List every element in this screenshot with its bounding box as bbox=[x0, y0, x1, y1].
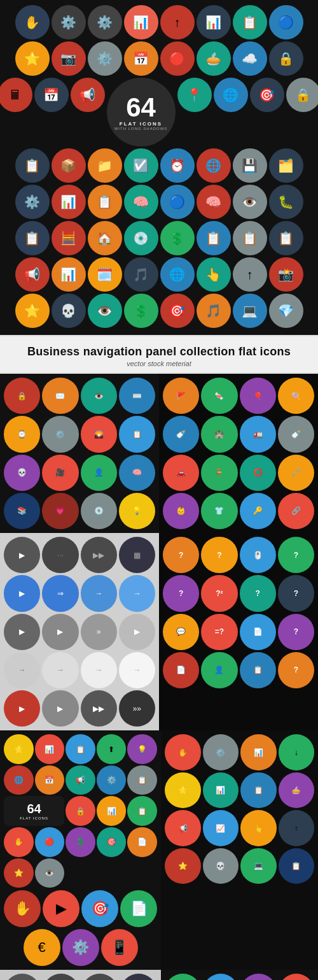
q-1: ? bbox=[201, 537, 237, 573]
question-right: ? ? 🖱️ ? ? ?² ? ? 💬 =? 📄 ? 📄 👤 📋 ? bbox=[159, 533, 318, 730]
ml-icon-15: 💡 bbox=[119, 493, 155, 529]
top-icon-section: ✋ ⚙️ ⚙️ 📊 ↑ 📊 📋 🔵 ⭐ 📷 ⚙️ 📅 🔴 🥧 ☁️ 🔒 🖩 📅 … bbox=[0, 0, 318, 335]
q-9: =? bbox=[201, 614, 237, 650]
mr-icon-13: 👕 bbox=[201, 493, 237, 529]
question-grid: ? ? 🖱️ ? ? ?² ? ? 💬 =? 📄 ? 📄 👤 📋 ? bbox=[163, 537, 314, 688]
big-play-icon: ▶ bbox=[43, 890, 80, 927]
bottom-quad-1: ⭐ 📊 📋 ⬆ 💡 🌐 📅 📢 ⚙️ 📋 64 FLAT ICONS 🔒 📊 📋… bbox=[0, 730, 161, 970]
icon-folder: 📁 bbox=[88, 148, 122, 183]
mid-left-grid: 🔒 ✉️ 👁️ ⌨️ ⌚ ⚙️ 🌄 📋 💀 🎥 👤 🧠 📚 💗 💿 💡 bbox=[4, 378, 155, 529]
mr-icon-10: ⭕ bbox=[240, 455, 276, 491]
icon-chart2: 📊 bbox=[52, 257, 86, 292]
icon-gear2: ⚙️ bbox=[88, 5, 122, 39]
icon-gear3: ⚙️ bbox=[88, 41, 122, 76]
icon-doc: 📋 bbox=[233, 5, 267, 39]
br-10: 👆 bbox=[240, 810, 277, 846]
icon-megaphone: 📢 bbox=[71, 78, 105, 112]
q-0: ? bbox=[163, 537, 199, 573]
bq-4: 💡 bbox=[127, 734, 157, 764]
q-8: 💬 bbox=[163, 614, 199, 650]
arr-14: → bbox=[81, 652, 117, 688]
br-3: ↓ bbox=[279, 734, 315, 771]
br-13: 💀 bbox=[203, 848, 239, 884]
icon-row-1: ✋ ⚙️ ⚙️ 📊 ↑ 📊 📋 🔵 bbox=[4, 5, 314, 39]
bottom-arrow-grid: ▶ ··· ▶▶ ▦ ▶ ⇒ → → ▶ → → » bbox=[4, 974, 157, 980]
ba-0: ▶ bbox=[4, 974, 41, 980]
icon-hand: ✋ bbox=[15, 5, 50, 39]
ml-icon-12: 📚 bbox=[4, 493, 40, 529]
ml-icon-7: 📋 bbox=[119, 416, 155, 452]
bottom-large-row1: ✋ ▶ 🎯 📄 bbox=[4, 890, 157, 927]
arrow-grid: ▶ ··· ▶▶ ▦ ▶ ⇒ → → ▶ ▶ » ▶ → → → → ▶ ▶ ▶… bbox=[4, 537, 155, 727]
q-6: ? bbox=[240, 575, 276, 611]
icon-check: ☑️ bbox=[124, 148, 158, 183]
br-14: 💻 bbox=[240, 848, 277, 884]
br-12: ⭐ bbox=[165, 848, 201, 884]
ca-2: ▶▶ bbox=[240, 974, 277, 980]
br-9: 📈 bbox=[203, 810, 239, 846]
arrow-left: ▶ ··· ▶▶ ▦ ▶ ⇒ → → ▶ ▶ » ▶ → → → → ▶ ▶ ▶… bbox=[0, 533, 159, 730]
bottom-mini-grid: ⭐ 📊 📋 ⬆ 💡 🌐 📅 📢 ⚙️ 📋 64 FLAT ICONS 🔒 📊 📋… bbox=[4, 734, 157, 888]
mr-icon-8: 🚗 bbox=[163, 455, 199, 491]
mid-right-grid: 🚩 🍬 🎈 🍭 🍼 🏰 🚛 🍼 🚗 🪑 ⭕ 🧷 👶 👕 🔑 🔗 bbox=[163, 378, 314, 529]
br-11: ↑ bbox=[279, 810, 315, 846]
main-title: Business navigation panel collection fla… bbox=[6, 345, 312, 359]
q-12: 📄 bbox=[163, 652, 199, 688]
icon-lock: 🔒 bbox=[269, 41, 303, 76]
icon-clipboard: 📋 bbox=[15, 148, 50, 183]
mr-icon-7: 🍼 bbox=[278, 416, 314, 452]
bq-18: ⭐ bbox=[4, 858, 34, 888]
br-15: 📋 bbox=[279, 848, 315, 884]
arr-7: → bbox=[119, 575, 155, 611]
arr-3: ▦ bbox=[119, 537, 155, 573]
icon-gear1: ⚙️ bbox=[52, 5, 86, 39]
bq-6: 📅 bbox=[35, 765, 65, 795]
arrows-section: ▶ ··· ▶▶ ▦ ▶ ⇒ → → ▶ ▶ » ▶ → → → → ▶ ▶ ▶… bbox=[0, 533, 318, 730]
arr-15: → bbox=[119, 652, 155, 688]
icon-bug: 🐛 bbox=[269, 185, 303, 219]
ml-icon-10: 👤 bbox=[81, 455, 117, 491]
ca-0: ▶ bbox=[165, 974, 201, 980]
mr-icon-2: 🎈 bbox=[240, 378, 276, 414]
q-2: 🖱️ bbox=[240, 537, 276, 573]
icon-doc2: 📋 bbox=[269, 221, 303, 255]
icon-arrow-up: ↑ bbox=[233, 257, 267, 292]
mr-icon-9: 🪑 bbox=[201, 455, 237, 491]
bottom-right-grid: ✋ ⚙️ 📊 ↓ ⭐ 📊 📋 🥧 📢 📈 👆 ↑ ⭐ 💀 💻 📋 bbox=[165, 734, 314, 884]
big-hand-icon: ✋ bbox=[4, 890, 41, 927]
mid-section: 🔒 ✉️ 👁️ ⌨️ ⌚ ⚙️ 🌄 📋 💀 🎥 👤 🧠 📚 💗 💿 💡 🚩 🍬 … bbox=[0, 374, 318, 533]
q-4: ? bbox=[163, 575, 199, 611]
icon-lines: 🔴 bbox=[160, 41, 195, 76]
br-5: 📊 bbox=[203, 772, 239, 809]
icon-network: 🌐 bbox=[160, 257, 195, 292]
icon-pin: 📍 bbox=[177, 78, 212, 112]
mr-icon-6: 🚛 bbox=[240, 416, 276, 452]
icon-abacus: 🧮 bbox=[52, 221, 86, 255]
ml-icon-11: 🧠 bbox=[119, 455, 155, 491]
ba-2: ▶▶ bbox=[81, 974, 118, 980]
icon-brain2: 🧠 bbox=[197, 185, 231, 219]
big-gear-icon: ⚙️ bbox=[62, 929, 99, 966]
bq-8: ⚙️ bbox=[97, 765, 127, 795]
mr-icon-3: 🍭 bbox=[278, 378, 314, 414]
mr-icon-14: 🔑 bbox=[240, 493, 276, 529]
sixty-four-number: 64 bbox=[126, 94, 156, 121]
br-8: 📢 bbox=[165, 810, 201, 846]
icon-note: 📋 bbox=[197, 221, 231, 255]
mr-icon-5: 🏰 bbox=[201, 416, 237, 452]
mr-icon-4: 🍼 bbox=[163, 416, 199, 452]
icon-diamond: 💎 bbox=[269, 294, 303, 328]
br-4: ⭐ bbox=[165, 772, 201, 809]
bottom-quad-4: ▶ ··· ▶▶ ▦ → ⇒ » → → → → → FIRST RELEASE… bbox=[161, 970, 318, 980]
q-5: ?² bbox=[201, 575, 237, 611]
icon-list: 📋 bbox=[88, 185, 122, 219]
icon-target2: 🎯 bbox=[160, 294, 195, 328]
bq-11: 📊 bbox=[97, 796, 127, 826]
br-7: 🥧 bbox=[279, 772, 315, 809]
icon-cal: 📅 bbox=[124, 41, 158, 76]
br-2: 📊 bbox=[240, 734, 277, 771]
icon-pie: 🥧 bbox=[197, 41, 231, 76]
ml-icon-14: 💿 bbox=[81, 493, 117, 529]
ca-3: ▦ bbox=[279, 974, 315, 980]
icon-calendar: 🗓️ bbox=[88, 257, 122, 292]
